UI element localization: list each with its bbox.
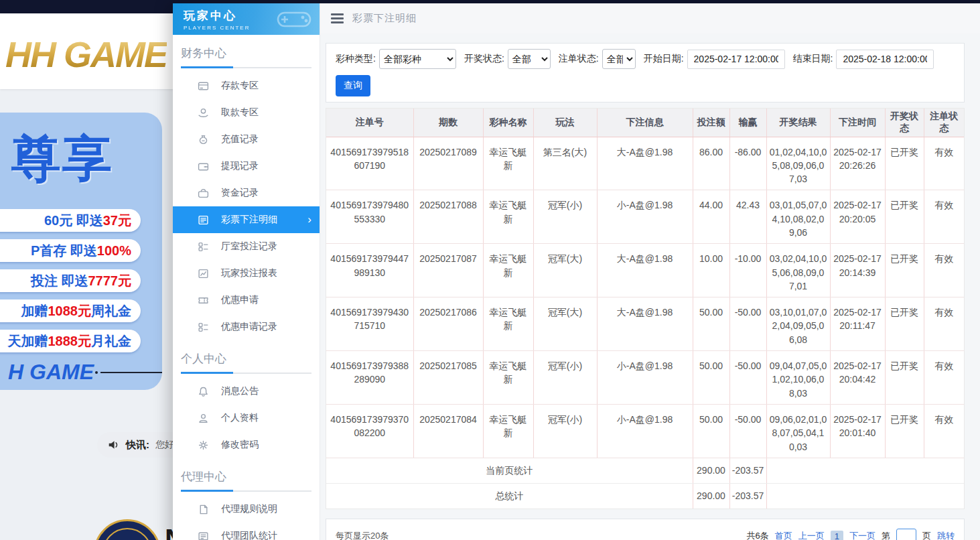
sidebar-item-label: 彩票下注明细 bbox=[221, 214, 277, 226]
draw-status-select[interactable]: 全部 bbox=[508, 49, 551, 69]
table-cell: 401569173979370082200 bbox=[326, 404, 413, 458]
column-header: 开奖状态 bbox=[885, 109, 924, 137]
card-icon bbox=[198, 80, 209, 92]
table-cell: 冠军(小) bbox=[533, 190, 597, 244]
table-cell: 42.43 bbox=[729, 190, 766, 244]
bet-status-label: 注单状态: bbox=[559, 53, 599, 65]
query-button[interactable]: 查询 bbox=[336, 75, 370, 96]
sidebar-item-lottery-bet-detail[interactable]: 彩票下注明细› bbox=[173, 206, 320, 233]
end-date-input[interactable] bbox=[836, 50, 934, 69]
lottery-type-label: 彩种类型: bbox=[336, 53, 376, 65]
table-cell: 已开奖 bbox=[885, 404, 924, 458]
start-date-input[interactable] bbox=[687, 50, 785, 69]
sidebar-item-profile[interactable]: 个人资料 bbox=[173, 405, 320, 431]
table-row: 40156917397937008220020250217084幸运飞艇新冠军(… bbox=[326, 404, 964, 458]
table-cell: 20250217086 bbox=[413, 297, 483, 351]
table-cell: 有效 bbox=[924, 351, 964, 405]
table-cell: 已开奖 bbox=[885, 137, 924, 190]
summary-empty-cell bbox=[766, 458, 964, 483]
table-row: 40156917397951860719020250217089幸运飞艇新第三名… bbox=[326, 137, 964, 190]
sidebar-item-agent-team-stats[interactable]: 代理团队统计 bbox=[173, 523, 320, 540]
table-cell: 03,01,05,07,04,10,08,02,09,06 bbox=[766, 190, 830, 244]
sidebar-item-change-password[interactable]: 修改密码 bbox=[173, 431, 320, 458]
table-cell: 50.00 bbox=[693, 297, 729, 351]
sidebar-item-messages[interactable]: 消息公告 bbox=[173, 378, 320, 405]
table-cell: 小-A盘@1.98 bbox=[597, 190, 693, 244]
jump-button[interactable]: 跳转 bbox=[937, 530, 955, 540]
promo-title: 尊享 bbox=[11, 126, 162, 193]
sidebar-item-label: 代理规则说明 bbox=[221, 503, 277, 515]
news-icon bbox=[198, 531, 209, 540]
sidebar-item-promo-apply[interactable]: 优惠申请 bbox=[173, 287, 320, 314]
table-cell: 冠军(小) bbox=[533, 404, 597, 458]
table-cell: 20250217088 bbox=[413, 190, 483, 244]
page-size-text: 每页显示20条 bbox=[336, 530, 389, 540]
table-cell: 20250217089 bbox=[413, 137, 483, 190]
table-cell: 已开奖 bbox=[885, 297, 924, 351]
summary-empty-cell bbox=[766, 483, 964, 509]
column-header: 注单号 bbox=[326, 109, 413, 137]
column-header: 注单状态 bbox=[924, 109, 964, 137]
pagination-bar: 每页显示20条 共6条 首页 上一页 1 下一页 第 页 跳转 bbox=[326, 519, 965, 540]
sidebar-menu: 财务中心存款专区取款专区充值记录提现记录资金记录彩票下注明细›厅室投注记录玩家投… bbox=[173, 46, 320, 540]
table-cell: 401569173979447989130 bbox=[326, 244, 413, 297]
site-logo: HH GAME bbox=[5, 33, 167, 75]
sidebar-item-recharge-record[interactable]: 充值记录 bbox=[173, 126, 320, 153]
lottery-type-select[interactable]: 全部彩种 bbox=[379, 49, 456, 69]
promo-pill-segment: 天加赠 bbox=[8, 332, 48, 350]
promo-footer-logo: H GAME bbox=[8, 360, 94, 385]
promo-pill: P首存 即送100% bbox=[0, 239, 141, 262]
current-page-badge[interactable]: 1 bbox=[831, 531, 843, 540]
gear-icon bbox=[198, 440, 209, 451]
summary-label: 总统计 bbox=[326, 483, 693, 509]
list-grid-icon bbox=[198, 241, 209, 253]
sidebar-item-label: 取款专区 bbox=[221, 107, 259, 119]
menu-toggle-icon[interactable] bbox=[331, 13, 344, 23]
report-chart-icon bbox=[198, 268, 209, 279]
sidebar-item-deposit-zone[interactable]: 存款专区 bbox=[173, 72, 320, 99]
main-header: 彩票下注明细 bbox=[320, 3, 980, 33]
promo-banner: 尊享 60元 即送37元P首存 即送100%投注 即送7777元加赠1088元周… bbox=[0, 113, 162, 390]
end-date-label: 结束日期: bbox=[793, 53, 833, 65]
column-header: 投注额 bbox=[693, 109, 729, 137]
sidebar-item-withdraw-zone[interactable]: 取款专区 bbox=[173, 99, 320, 126]
sidebar-item-player-bet-report[interactable]: 玩家投注报表 bbox=[173, 260, 320, 287]
table-cell: 50.00 bbox=[693, 351, 729, 405]
sidebar-item-withdraw-record[interactable]: 提现记录 bbox=[173, 153, 320, 180]
promo-pill-segment: 投注 即送 bbox=[31, 272, 88, 290]
bet-status-select[interactable]: 全部 bbox=[602, 49, 636, 69]
document-icon bbox=[198, 504, 209, 515]
sidebar-item-funds-record[interactable]: 资金记录 bbox=[173, 180, 320, 206]
table-cell: 401569173979388289090 bbox=[326, 351, 413, 405]
sidebar: 玩家中心 PLAYERS CENTER 财务中心存款专区取款专区充值记录提现记录… bbox=[173, 3, 320, 540]
start-date-label: 开始日期: bbox=[644, 53, 684, 65]
page-title: 彩票下注明细 bbox=[352, 12, 417, 25]
next-page-link[interactable]: 下一页 bbox=[849, 530, 876, 540]
table-cell: -50.00 bbox=[729, 404, 766, 458]
badge-emblem-icon: ⚜ bbox=[102, 528, 152, 540]
sidebar-item-label: 厅室投注记录 bbox=[221, 241, 277, 253]
promo-pill-segment: 37元 bbox=[103, 212, 131, 230]
first-page-link[interactable]: 首页 bbox=[775, 530, 792, 540]
sidebar-header: 玩家中心 PLAYERS CENTER bbox=[173, 3, 320, 35]
column-header: 彩种名称 bbox=[483, 109, 533, 137]
sidebar-item-agent-rules[interactable]: 代理规则说明 bbox=[173, 496, 320, 523]
sidebar-item-hall-bet-record[interactable]: 厅室投注记录 bbox=[173, 233, 320, 260]
table-cell: 10.00 bbox=[693, 244, 729, 297]
column-header: 开奖结果 bbox=[766, 109, 830, 137]
money-bag-icon bbox=[198, 134, 209, 145]
jump-page-input[interactable] bbox=[896, 529, 916, 540]
site-badge-logo: ⚜ bbox=[94, 519, 161, 540]
gamepad-icon bbox=[275, 7, 313, 31]
table-cell: 大-A盘@1.98 bbox=[597, 244, 693, 297]
promo-pill-segment: 加赠 bbox=[21, 302, 48, 320]
prev-page-link[interactable]: 上一页 bbox=[798, 530, 825, 540]
list-book-icon bbox=[198, 214, 209, 226]
table-cell: 第三名(大) bbox=[533, 137, 597, 190]
sidebar-item-label: 存款专区 bbox=[221, 80, 259, 92]
column-header: 下注信息 bbox=[597, 109, 693, 137]
table-cell: -10.00 bbox=[729, 244, 766, 297]
sidebar-item-label: 提现记录 bbox=[221, 160, 259, 172]
table-row: 40156917397943071571020250217086幸运飞艇新冠军(… bbox=[326, 297, 964, 351]
sidebar-item-promo-apply-record[interactable]: 优惠申请记录 bbox=[173, 314, 320, 340]
